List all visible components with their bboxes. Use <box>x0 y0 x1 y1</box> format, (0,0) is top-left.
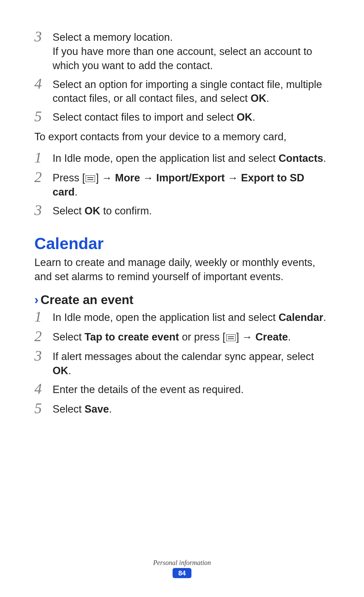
document-page: 3 Select a memory location. If you have … <box>0 0 364 597</box>
bold-text: OK <box>251 92 267 104</box>
step-text: Select OK to confirm. <box>53 204 330 218</box>
step-item: 2 Press [] → More → Import/Export → Expo… <box>34 171 330 199</box>
step-item: 3 Select OK to confirm. <box>34 204 330 219</box>
text-frag: . <box>68 365 71 377</box>
subsection-heading-create-event: ›Create an event <box>34 293 330 307</box>
step-text: In Idle mode, open the application list … <box>53 310 330 325</box>
step-text: Press [] → More → Import/Export → Export… <box>53 171 330 199</box>
step-number: 4 <box>34 77 53 91</box>
bold-text: OK <box>237 111 252 123</box>
subheading-text: Create an event <box>40 293 133 307</box>
step-number: 3 <box>34 203 53 218</box>
text-frag: or press [ <box>179 331 225 343</box>
step-item: 1 In Idle mode, open the application lis… <box>34 151 330 166</box>
page-footer: Personal information 84 <box>0 559 364 578</box>
text-frag: . <box>74 186 78 198</box>
text-frag: Select <box>53 403 85 415</box>
step-item: 3 If alert messages about the calendar s… <box>34 350 330 378</box>
step-number: 4 <box>34 382 53 396</box>
bold-text: Calendar <box>278 311 323 323</box>
menu-icon <box>226 334 236 341</box>
step-item: 5 Select Save. <box>34 402 330 417</box>
text-frag: In Idle mode, open the application list … <box>53 152 278 164</box>
text-frag: Press [ <box>53 172 85 184</box>
step-text: Select an option for importing a single … <box>53 78 330 106</box>
bold-text: Tap to create event <box>85 331 179 343</box>
text-line: Select a memory location. <box>53 31 173 43</box>
step-number: 1 <box>34 309 53 324</box>
text-frag: . <box>288 331 291 343</box>
chevron-right-icon: › <box>34 293 38 307</box>
step-item: 4 Select an option for importing a singl… <box>34 78 330 106</box>
text-frag: to confirm. <box>100 205 152 217</box>
text-line: If you have more than one account, selec… <box>53 46 312 71</box>
step-item: 3 Select a memory location. If you have … <box>34 30 330 73</box>
step-number: 3 <box>34 349 53 363</box>
text-frag: Select <box>53 331 85 343</box>
text-frag: Select contact files to import and selec… <box>53 111 237 123</box>
paragraph: Learn to create and manage daily, weekly… <box>34 256 330 284</box>
step-text: Select contact files to import and selec… <box>53 110 330 124</box>
text-frag: . <box>252 111 255 123</box>
step-item: 1 In Idle mode, open the application lis… <box>34 310 330 325</box>
text-frag: If alert messages about the calendar syn… <box>53 351 314 362</box>
step-number: 1 <box>34 150 53 165</box>
bold-text: Contacts <box>278 152 323 164</box>
step-number: 2 <box>34 329 53 344</box>
bold-text: OK <box>53 365 68 377</box>
section-heading-calendar: Calendar <box>34 234 330 253</box>
step-text: In Idle mode, open the application list … <box>53 151 330 166</box>
footer-section-name: Personal information <box>0 559 364 567</box>
step-number: 5 <box>34 401 53 416</box>
text-frag: . <box>266 92 269 104</box>
step-number: 5 <box>34 109 53 124</box>
step-text: Select Tap to create event or press [] →… <box>53 330 330 344</box>
step-text: Select a memory location. If you have mo… <box>53 30 330 73</box>
menu-icon <box>86 175 95 182</box>
page-number-badge: 84 <box>173 568 191 578</box>
paragraph: To export contacts from your device to a… <box>34 130 330 144</box>
step-text: Enter the details of the event as requir… <box>53 383 330 397</box>
step-item: 2 Select Tap to create event or press []… <box>34 330 330 345</box>
step-item: 5 Select contact files to import and sel… <box>34 110 330 125</box>
text-frag: . <box>323 311 326 323</box>
svg-rect-0 <box>86 175 95 182</box>
text-frag: Select <box>53 205 85 217</box>
step-item: 4 Enter the details of the event as requ… <box>34 383 330 397</box>
step-number: 2 <box>34 170 53 185</box>
text-frag: ] → <box>236 331 255 343</box>
bold-text: Create <box>255 331 288 343</box>
svg-rect-3 <box>226 334 236 341</box>
bold-text: OK <box>85 205 100 217</box>
text-frag: . <box>323 152 326 164</box>
text-frag: . <box>109 403 112 415</box>
step-text: If alert messages about the calendar syn… <box>53 350 330 378</box>
text-frag: Select an option for importing a single … <box>53 79 322 105</box>
bold-text: Save <box>85 403 109 415</box>
step-text: Select Save. <box>53 402 330 416</box>
text-frag: ] → <box>96 172 115 184</box>
text-frag: In Idle mode, open the application list … <box>53 311 278 323</box>
step-number: 3 <box>34 29 53 44</box>
